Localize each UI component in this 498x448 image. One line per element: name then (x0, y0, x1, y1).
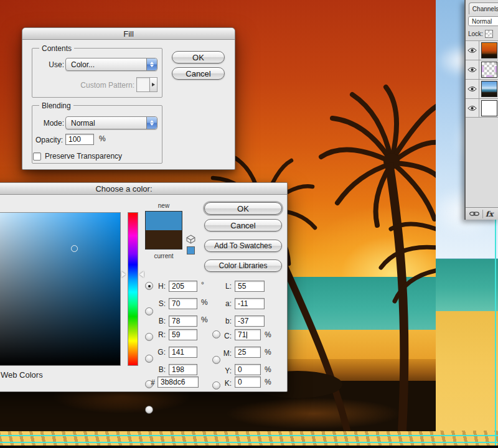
b-unit: % (201, 315, 208, 324)
visibility-toggle[interactable] (466, 99, 479, 117)
horizontal-guide-1[interactable] (0, 435, 498, 436)
b-radio[interactable] (145, 333, 153, 341)
layer-row-2[interactable] (466, 60, 498, 79)
not-web-safe-cube-icon[interactable] (186, 235, 195, 244)
color-picker-titlebar[interactable]: Choose a color: (0, 183, 287, 195)
lock-label: Lock: (468, 30, 483, 37)
window-bottom-edge (0, 446, 498, 448)
web-safe-color-swatch[interactable] (187, 246, 195, 254)
mode-label: Mode: (36, 118, 64, 129)
layer-blend-mode-select[interactable]: Normal (468, 16, 498, 26)
y-unit: % (265, 365, 271, 374)
blending-legend: Blending (39, 101, 73, 110)
layer-thumbnail-beach[interactable] (481, 81, 497, 97)
picker-ok-button[interactable]: OK (204, 202, 282, 215)
link-layers-icon[interactable] (469, 211, 480, 217)
add-to-swatches-button[interactable]: Add To Swatches (204, 240, 282, 252)
contents-legend: Contents (39, 44, 74, 53)
layer-style-fx-button[interactable]: fx (486, 210, 493, 218)
stepper-arrows-icon (146, 58, 157, 70)
tab-channels[interactable]: Channels (469, 2, 498, 14)
k-input[interactable]: 0 (235, 376, 261, 388)
b2-radio[interactable] (145, 406, 153, 414)
layer-thumbnail-white[interactable] (481, 100, 497, 116)
current-color-label: current (145, 253, 182, 259)
r-radio[interactable] (145, 355, 153, 363)
hex-input[interactable]: 3b8dc6 (157, 376, 199, 388)
color-libraries-button[interactable]: Color Libraries (204, 259, 282, 272)
c-unit: % (265, 330, 271, 339)
color-picker-dialog: Choose a color: new current OK Cancel Ad… (0, 182, 288, 392)
s-radio[interactable] (145, 307, 153, 315)
c-value: 71 (238, 330, 246, 339)
eye-icon (467, 67, 477, 73)
s-unit: % (201, 298, 208, 307)
eye-icon (467, 47, 477, 54)
b3-input[interactable]: -37 (235, 315, 265, 327)
use-select[interactable]: Color... (65, 58, 157, 71)
r-input[interactable]: 59 (169, 329, 197, 340)
m-input[interactable]: 25 (235, 347, 261, 358)
c-input[interactable]: 71 (235, 329, 261, 340)
use-select-value: Color... (66, 60, 146, 69)
fill-dialog-titlebar[interactable]: Fill (22, 28, 235, 40)
current-color-swatch[interactable] (146, 230, 182, 249)
b2-label: B: (154, 364, 166, 375)
saturation-brightness-field[interactable] (0, 212, 121, 366)
layer-row-1[interactable] (466, 40, 498, 60)
visibility-toggle[interactable] (466, 80, 479, 98)
l-input[interactable]: 55 (235, 281, 265, 292)
g-label: G: (154, 347, 166, 358)
photoshop-workspace: Channels Normal Lock: (0, 0, 498, 448)
opacity-input[interactable]: 100 (65, 134, 94, 145)
new-current-swatch (145, 211, 182, 250)
horizontal-guide-2[interactable] (0, 442, 498, 443)
g-input[interactable]: 141 (169, 347, 197, 358)
palm-shadow-on-sand (0, 431, 498, 446)
web-colors-label: Web Colors (1, 370, 43, 380)
layer-row-3[interactable] (466, 79, 498, 98)
hue-marker-right-arrow-icon[interactable] (139, 271, 144, 278)
s-label: S: (154, 298, 166, 309)
opacity-label: Opacity: (31, 134, 63, 146)
mode-select[interactable]: Normal (65, 116, 157, 129)
eye-icon (467, 105, 477, 111)
visibility-toggle[interactable] (466, 41, 479, 60)
m-unit: % (265, 348, 271, 357)
h-input[interactable]: 205 (169, 281, 197, 292)
preserve-transparency-checkbox[interactable] (33, 152, 41, 161)
custom-pattern-arrow-button[interactable] (149, 77, 157, 92)
layer-thumbnail-transparent[interactable] (481, 62, 497, 78)
b2-input[interactable]: 198 (169, 364, 197, 375)
m-label: M: (218, 348, 232, 359)
r-label: R: (154, 329, 166, 340)
fill-cancel-button[interactable]: Cancel (172, 67, 225, 80)
layer-row-4[interactable] (466, 98, 498, 118)
layer-thumbnail-sunset[interactable] (481, 42, 497, 58)
b-input[interactable]: 78 (169, 315, 197, 327)
y-input[interactable]: 0 (235, 364, 261, 375)
s-input[interactable]: 70 (169, 298, 197, 309)
separator (482, 210, 483, 218)
h-radio[interactable] (145, 282, 153, 290)
mode-select-value: Normal (66, 119, 146, 128)
fill-dialog: Fill Contents Use: Color... Custom Patte… (22, 27, 235, 170)
y-label: Y: (218, 365, 232, 376)
text-caret (247, 332, 247, 338)
a-input[interactable]: -11 (235, 298, 265, 309)
l-label: L: (222, 281, 232, 292)
c-label: C: (218, 330, 232, 342)
custom-pattern-well[interactable] (136, 77, 150, 92)
k-label: K: (218, 378, 232, 389)
right-arrow-icon (152, 83, 155, 86)
visibility-toggle[interactable] (466, 60, 479, 79)
lock-transparency-icon[interactable] (485, 30, 493, 38)
hue-marker-left-arrow-icon[interactable] (121, 271, 126, 278)
h-unit: ° (201, 281, 204, 289)
color-field-marker (71, 245, 78, 252)
fill-ok-button[interactable]: OK (172, 51, 225, 63)
a-label: a: (222, 298, 232, 309)
hue-slider[interactable] (128, 212, 138, 366)
custom-pattern-label: Custom Pattern: (66, 81, 134, 90)
picker-cancel-button[interactable]: Cancel (204, 219, 282, 231)
